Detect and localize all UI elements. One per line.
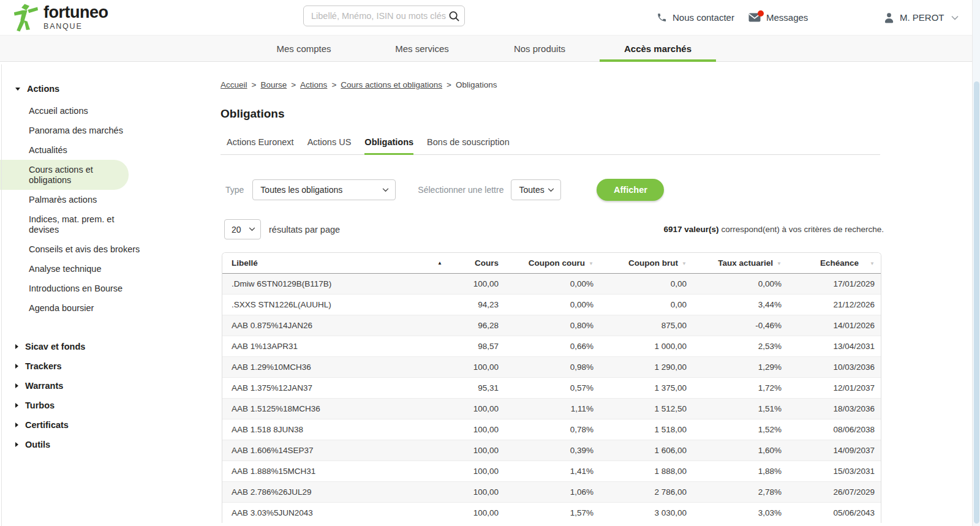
cell-libelle: AAB 1.518 8JUN38 [222,419,464,440]
cell-value: 05/06/2043 [789,502,881,523]
cell-libelle: AAB 1.375%12JAN37 [222,377,464,398]
chevron-down-icon [951,15,959,20]
cell-value: 1,52% [694,419,789,440]
sidebar-item-conseils-et-avis-des-brokers[interactable]: Conseils et avis des brokers [0,239,153,259]
table-row[interactable]: AAB 0.875%14JAN2696,280,80%875,00-0,46%1… [222,315,881,336]
cell-value: 100,00 [464,419,506,440]
table-row[interactable]: AAB 1.5125%18MCH36100,001,11%1 512,501,5… [222,398,881,419]
cell-value: 18/03/2036 [789,398,881,419]
sidebar-item-list: Accueil actionsPanorama des marchésActua… [0,99,221,321]
sidebar-section: Trackers [0,356,221,376]
per-page-label: résultats par page [269,225,340,235]
table-row[interactable]: AAB 1.375%12JAN3795,310,57%1 375,001,72%… [222,377,881,398]
sidebar-section-actions[interactable]: Actions [0,79,221,99]
letter-select[interactable]: Toutes [511,179,561,200]
sidebar-item-cours-actions-et-obligations[interactable]: Cours actions et obligations [0,160,129,190]
sidebar-section-label: Warrants [25,381,63,391]
tab-actions-us[interactable]: Actions US [307,137,352,154]
breadcrumb-separator: > [331,80,336,89]
tab-actions-euronext[interactable]: Actions Euronext [227,137,294,154]
per-page-select[interactable]: 20 [224,219,261,239]
cell-value: 14/01/2026 [789,315,881,336]
sidebar-section-warrants[interactable]: Warrants [0,376,221,396]
table-header-row: Libellé▲CoursCoupon couru▼Coupon brut▼Ta… [222,253,881,273]
table-row[interactable]: .SXXS STN1226L(AUUHL)94,230,00%0,003,44%… [222,294,881,315]
nav-item-mes-comptes[interactable]: Mes comptes [276,36,331,62]
sidebar-item-palmares-actions[interactable]: Palmarès actions [0,190,153,209]
type-select[interactable]: Toutes les obligations [252,179,396,200]
afficher-button[interactable]: Afficher [597,179,664,201]
search-input[interactable] [311,11,448,21]
messages-link[interactable]: Messages [748,0,808,35]
fortuneo-logo[interactable]: fortuneo BANQUE [13,3,108,32]
contact-link[interactable]: Nous contacter [657,0,734,35]
results-count-number: 6917 valeur(s) [664,225,719,234]
sidebar-section-sicav-et-fonds[interactable]: Sicav et fonds [0,337,221,356]
cell-value: 17/01/2029 [789,273,881,294]
cell-value: 3,03% [694,502,789,523]
user-name: M. PEROT [900,12,944,23]
breadcrumb-link-cours-actions-et-obligations[interactable]: Cours actions et obligations [341,80,442,89]
nav-item-acces-marches[interactable]: Accès marchés [624,36,692,62]
nav-item-mes-services[interactable]: Mes services [395,36,449,62]
sidebar-item-analyse-technique[interactable]: Analyse technique [0,259,153,279]
page: fortuneo BANQUE Nous contacter [0,0,980,526]
column-header-coupon-brut[interactable]: Coupon brut▼ [601,253,694,273]
user-menu[interactable]: M. PEROT [884,0,959,35]
breadcrumb-separator: > [291,80,296,89]
nav-item-nos-produits[interactable]: Nos produits [514,36,565,62]
sidebar-section-outils[interactable]: Outils [0,435,221,454]
sidebar-item-panorama-des-marches[interactable]: Panorama des marchés [0,121,153,140]
bonds-table: Libellé▲CoursCoupon couru▼Coupon brut▼Ta… [222,252,881,523]
magnifier-icon[interactable] [448,10,460,22]
brand-name: fortuneo [43,3,108,22]
table-row[interactable]: AAB 2.786%26JUL29100,001,06%2 786,002,78… [222,481,881,502]
breadcrumb-link-actions[interactable]: Actions [300,80,327,89]
table-row[interactable]: AAB 1.29%10MCH36100,000,98%1 290,001,29%… [222,356,881,377]
sidebar-item-indices-mat-prem-et-devises[interactable]: Indices, mat. prem. et devises [0,209,153,239]
sidebar-section-turbos[interactable]: Turbos [0,396,221,415]
triangle-right-icon [15,383,18,388]
tabs: Actions EuronextActions USObligationsBon… [221,137,880,155]
column-header-libelle[interactable]: Libellé▲ [222,253,464,273]
letter-label: Sélectionner une lettre [418,185,503,195]
cell-value: 100,00 [464,502,506,523]
table-row[interactable]: AAB 1.518 8JUN38100,000,78%1 518,001,52%… [222,419,881,440]
table-row[interactable]: AAB 3.03%5JUN2043100,001,57%3 030,003,03… [222,502,881,523]
sidebar-section-trackers[interactable]: Trackers [0,356,221,376]
table-row[interactable]: AAB 1.606%14SEP37100,000,39%1 606,001,60… [222,440,881,460]
column-header-taux-actuariel[interactable]: Taux actuariel▼ [694,253,789,273]
cell-value: 0,57% [506,377,601,398]
cell-value: 100,00 [464,460,506,481]
top-header: fortuneo BANQUE Nous contacter [0,0,980,35]
cell-value: 1,41% [506,460,601,481]
table-row[interactable]: .Dmiw 6STN0129B(B117B)100,000,00%0,000,0… [222,273,881,294]
column-header-echeance[interactable]: Echéance▼ [789,253,881,273]
breadcrumb-link-bourse[interactable]: Bourse [260,80,287,89]
sidebar-item-actualites[interactable]: Actualités [0,140,153,160]
cell-value: 100,00 [464,440,506,460]
sidebar-section-certificats[interactable]: Certificats [0,415,221,435]
column-header-coupon-couru[interactable]: Coupon couru▼ [506,253,601,273]
sidebar-section-label: Sicav et fonds [25,342,85,351]
cell-value: 0,80% [506,315,601,336]
sidebar-item-agenda-boursier[interactable]: Agenda boursier [0,298,153,318]
cell-libelle: AAB 1.606%14SEP37 [222,440,464,460]
cell-value: 2 786,00 [601,481,694,502]
cell-value: 14/09/2037 [789,440,881,460]
triangle-down-icon [15,88,20,91]
messages-label: Messages [766,12,808,23]
table-row[interactable]: AAB 1.888%15MCH31100,001,41%1 888,001,88… [222,460,881,481]
table-row[interactable]: AAB 1%13APR3198,570,66%1 000,002,53%13/0… [222,336,881,356]
sidebar-item-introductions-en-bourse[interactable]: Introductions en Bourse [0,279,153,298]
tab-obligations[interactable]: Obligations [364,137,413,154]
tab-bons-de-souscription[interactable]: Bons de souscription [427,137,510,154]
column-header-cours[interactable]: Cours [464,253,506,273]
sort-asc-icon: ▲ [437,260,442,266]
cell-value: 1 375,00 [601,377,694,398]
page-scrollbar[interactable] [972,0,980,526]
scrollbar-thumb[interactable] [974,81,979,524]
sidebar-item-accueil-actions[interactable]: Accueil actions [0,101,153,121]
triangle-right-icon [15,423,18,427]
breadcrumb-link-accueil[interactable]: Accueil [221,80,247,89]
